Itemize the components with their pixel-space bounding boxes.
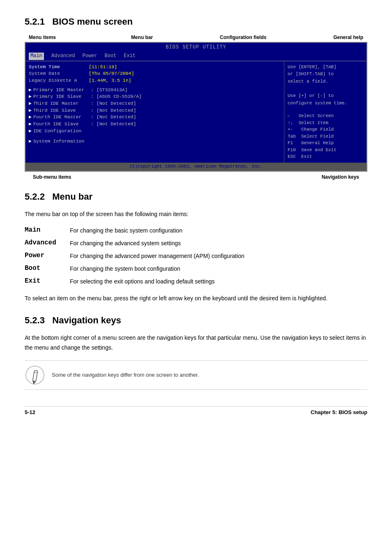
bios-screen: BIOS SETUP UTILITY Main Advanced Power B… bbox=[25, 42, 367, 172]
menu-main-label: Main bbox=[25, 224, 70, 237]
ide-fourth-slave: ▶Fourth IDE Slave: [Not Detected] bbox=[29, 121, 281, 128]
menu-advanced-row: Advanced For changing the advanced syste… bbox=[25, 237, 367, 250]
bios-menu-power[interactable]: Power bbox=[82, 53, 97, 60]
bios-menu-advanced[interactable]: Advanced bbox=[51, 53, 75, 60]
label-sub-menu-items: Sub-menu items bbox=[33, 174, 71, 180]
ide-third-slave: ▶Third IDE Slave: [Not Detected] bbox=[29, 107, 281, 114]
menu-boot-label: Boot bbox=[25, 263, 70, 275]
menu-boot-row: Boot For changing the system boot config… bbox=[25, 263, 367, 275]
menu-power-label: Power bbox=[25, 250, 70, 263]
section-521-title: 5.2.1 BIOS menu screen bbox=[25, 16, 367, 27]
ide-primary-master: ▶Primary IDE Master: [ST320413A] bbox=[29, 87, 281, 94]
page-footer: 5-12 Chapter 5: BIOS setup bbox=[25, 406, 367, 415]
ide-primary-slave: ▶Primary IDE Slave: [ASUS CD-S520/A] bbox=[29, 93, 281, 100]
bios-left-panel: System Time [11:51:19] System Date [Thu … bbox=[25, 61, 284, 163]
chapter-label: Chapter 5: BIOS setup bbox=[311, 409, 367, 415]
bios-body: System Time [11:51:19] System Date [Thu … bbox=[25, 61, 367, 163]
system-time-row: System Time [11:51:19] bbox=[29, 64, 281, 71]
menu-exit-label: Exit bbox=[25, 275, 70, 288]
system-info: ▶System Information bbox=[29, 138, 281, 145]
section-522-note: To select an item on the menu bar, press… bbox=[25, 294, 367, 304]
section-523: 5.2.3 Navigation keys At the bottom righ… bbox=[25, 315, 367, 390]
section-523-title: 5.2.3 Navigation keys bbox=[25, 315, 367, 326]
bios-diagram: Menu items Menu bar Configuration fields… bbox=[25, 35, 367, 180]
bios-nav-keys: ← Select Screen ↑↓ Select Item +- Change… bbox=[288, 113, 363, 160]
menu-advanced-desc: For changing the advanced system setting… bbox=[70, 237, 367, 250]
bios-title-bar: BIOS SETUP UTILITY bbox=[25, 43, 367, 52]
pencil-icon bbox=[25, 365, 45, 385]
section-523-body: At the bottom right corner of a menu scr… bbox=[25, 333, 367, 353]
page-number: 5-12 bbox=[25, 409, 35, 415]
menu-power-desc: For changing the advanced power manageme… bbox=[70, 250, 367, 263]
ide-config: ▶IDE Configuration bbox=[29, 128, 281, 135]
menu-main-row: Main For changing the basic system confi… bbox=[25, 224, 367, 237]
svg-rect-1 bbox=[32, 370, 37, 381]
menu-main-desc: For changing the basic system configurat… bbox=[70, 224, 367, 237]
ide-third-master: ▶Third IDE Master: [Not Detected] bbox=[29, 100, 281, 107]
label-menu-items: Menu items bbox=[29, 35, 56, 40]
menu-advanced-label: Advanced bbox=[25, 237, 70, 250]
label-general-help: General help bbox=[333, 35, 363, 40]
section-522: 5.2.2 Menu bar The menu bar on top of th… bbox=[25, 191, 367, 304]
section-522-intro: The menu bar on top of the screen has th… bbox=[25, 210, 367, 219]
label-menu-bar: Menu bar bbox=[131, 35, 153, 40]
top-labels: Menu items Menu bar Configuration fields… bbox=[25, 35, 367, 42]
menu-exit-desc: For selecting the exit options and loadi… bbox=[70, 275, 367, 288]
bottom-labels: Sub-menu items Navigation keys bbox=[25, 174, 367, 180]
bios-footer: (C)Copyright 1985-2002, American Megatre… bbox=[25, 163, 367, 171]
note-box: Some of the navigation keys differ from … bbox=[25, 360, 367, 390]
bios-right-panel: Use [ENTER], [TAB] or [SHIFT-TAB] to sel… bbox=[284, 61, 367, 163]
legacy-diskette-row: Legacy Diskette A [1.44M, 3.5 in] bbox=[29, 77, 281, 84]
menu-exit-row: Exit For selecting the exit options and … bbox=[25, 275, 367, 288]
label-navigation-keys: Navigation keys bbox=[322, 174, 359, 180]
note-text: Some of the navigation keys differ from … bbox=[52, 371, 199, 379]
ide-fourth-master: ▶Fourth IDE Master: [Not Detected] bbox=[29, 114, 281, 121]
bios-menu-main[interactable]: Main bbox=[29, 53, 44, 60]
bios-menu-boot[interactable]: Boot bbox=[104, 53, 116, 60]
bios-menu-bar: Main Advanced Power Boot Exit bbox=[25, 52, 367, 60]
menu-bar-table: Main For changing the basic system confi… bbox=[25, 224, 367, 288]
section-522-title: 5.2.2 Menu bar bbox=[25, 191, 367, 202]
system-date-row: System Date [Thu 05/07/2004] bbox=[29, 70, 281, 77]
bios-menu-exit[interactable]: Exit bbox=[124, 53, 136, 60]
menu-power-row: Power For changing the advanced power ma… bbox=[25, 250, 367, 263]
bios-help-text: Use [ENTER], [TAB] or [SHIFT-TAB] to sel… bbox=[288, 64, 363, 107]
label-config-fields: Configuration fields bbox=[220, 35, 266, 40]
svg-line-3 bbox=[34, 372, 37, 373]
menu-boot-desc: For changing the system boot configurati… bbox=[70, 263, 367, 275]
